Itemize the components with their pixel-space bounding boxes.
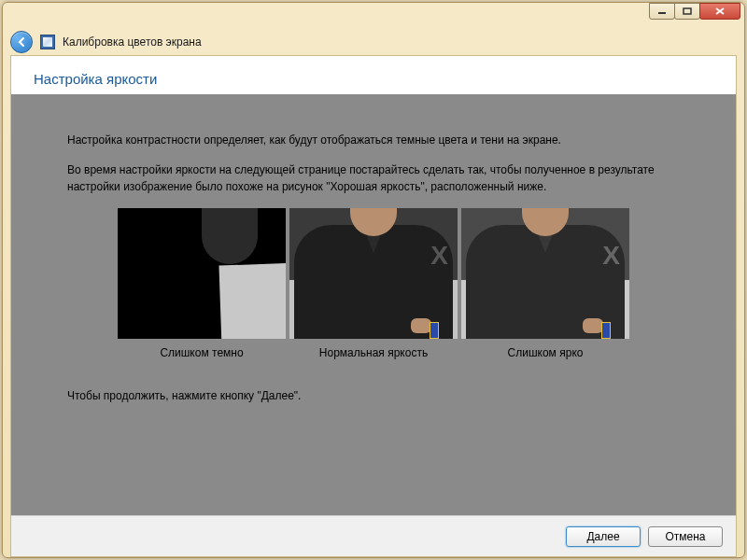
window-controls	[650, 3, 740, 20]
example-too-bright: X Слишком ярко	[461, 208, 629, 361]
window-title: Калибровка цветов экрана	[63, 35, 202, 49]
example-image-dark	[118, 208, 286, 339]
app-icon	[40, 35, 55, 49]
svg-rect-1	[684, 8, 691, 14]
content-area: Настройка яркости Настройка контрастност…	[10, 55, 737, 557]
cancel-button[interactable]: Отмена	[648, 526, 723, 547]
example-label-normal: Нормальная яркость	[319, 344, 428, 361]
minimize-button[interactable]	[649, 3, 675, 20]
example-image-bright: X	[461, 208, 629, 339]
continue-instruction: Чтобы продолжить, нажмите кнопку "Далее"…	[67, 387, 680, 404]
example-too-dark: Слишком темно	[118, 208, 286, 361]
svg-rect-0	[658, 12, 666, 14]
example-label-dark: Слишком темно	[160, 344, 243, 361]
next-button[interactable]: Далее	[566, 526, 641, 547]
brightness-examples: Слишком темно X Нормальная яркость	[67, 208, 680, 361]
back-button[interactable]	[10, 31, 33, 53]
example-image-normal: X	[289, 208, 458, 339]
footer: Далее Отмена	[11, 515, 736, 556]
maximize-button[interactable]	[674, 3, 700, 20]
close-button[interactable]	[699, 3, 740, 20]
description-2: Во время настройки яркости на следующей …	[67, 161, 680, 195]
wizard-window: Калибровка цветов экрана Настройка яркос…	[2, 2, 745, 558]
navbar: Калибровка цветов экрана	[3, 29, 744, 55]
page-heading: Настройка яркости	[11, 56, 736, 94]
example-label-bright: Слишком ярко	[508, 344, 584, 361]
example-normal: X Нормальная яркость	[289, 208, 458, 361]
titlebar	[3, 3, 744, 29]
instruction-panel: Настройка контрастности определяет, как …	[11, 94, 736, 515]
description-1: Настройка контрастности определяет, как …	[67, 132, 680, 148]
